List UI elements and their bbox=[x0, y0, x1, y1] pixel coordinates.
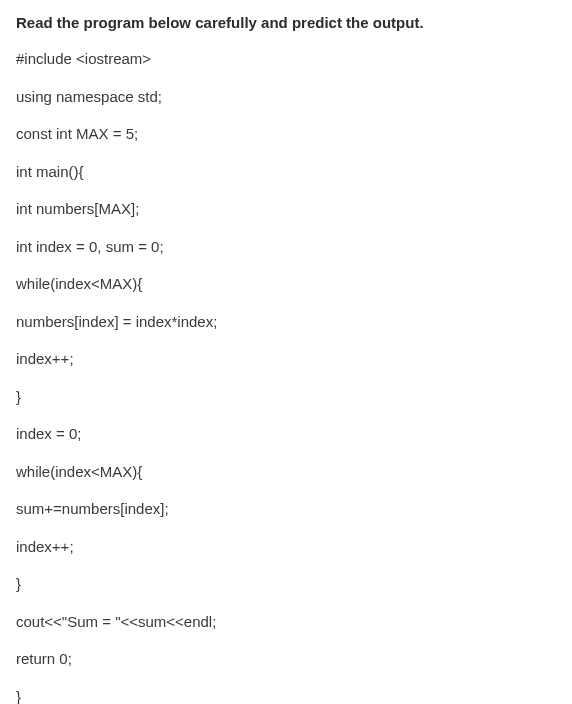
code-line-namespace: using namespace std; bbox=[16, 87, 556, 107]
code-line-include: #include <iostream> bbox=[16, 49, 556, 69]
code-line-assign: numbers[index] = index*index; bbox=[16, 312, 556, 332]
code-line-reset: index = 0; bbox=[16, 424, 556, 444]
code-line-inc1: index++; bbox=[16, 349, 556, 369]
code-line-while2: while(index<MAX){ bbox=[16, 462, 556, 482]
code-line-sum: sum+=numbers[index]; bbox=[16, 499, 556, 519]
code-line-return: return 0; bbox=[16, 649, 556, 669]
code-line-close1: } bbox=[16, 387, 556, 407]
code-line-const: const int MAX = 5; bbox=[16, 124, 556, 144]
code-line-var-decl: int index = 0, sum = 0; bbox=[16, 237, 556, 257]
code-line-while1: while(index<MAX){ bbox=[16, 274, 556, 294]
code-line-main: int main(){ bbox=[16, 162, 556, 182]
question-title: Read the program below carefully and pre… bbox=[16, 14, 556, 31]
code-line-close2: } bbox=[16, 574, 556, 594]
code-line-array-decl: int numbers[MAX]; bbox=[16, 199, 556, 219]
code-line-inc2: index++; bbox=[16, 537, 556, 557]
code-line-cout: cout<<"Sum = "<<sum<<endl; bbox=[16, 612, 556, 632]
code-line-close3: } bbox=[16, 687, 556, 705]
